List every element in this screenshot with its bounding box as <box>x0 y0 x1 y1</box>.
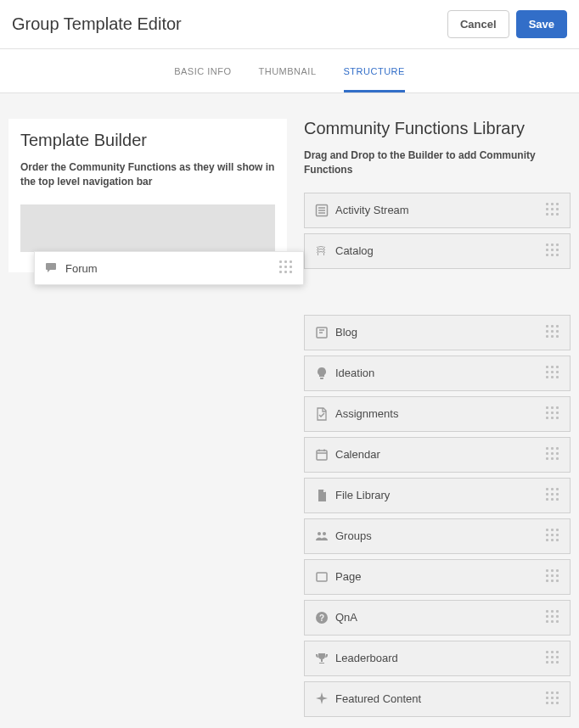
save-button[interactable]: Save <box>516 10 567 38</box>
builder-desc: Order the Community Functions as they wi… <box>20 160 275 189</box>
builder-item-forum[interactable]: Forum <box>34 251 304 285</box>
stream-icon <box>315 204 334 217</box>
svg-point-12 <box>323 532 326 535</box>
library-item-g2-2[interactable]: Assignments <box>304 396 571 432</box>
svg-rect-7 <box>317 451 327 460</box>
svg-point-11 <box>318 532 321 535</box>
library-item-g2-8[interactable]: Leaderboard <box>304 641 571 676</box>
library-item-label: Ideation <box>334 367 374 379</box>
drag-handle-icon[interactable] <box>279 260 295 276</box>
library-item-g2-5[interactable]: Groups <box>304 518 571 554</box>
library-item-g2-0[interactable]: Blog <box>304 315 571 350</box>
library-list-1: Activity StreamCatalog <box>304 193 571 269</box>
svg-text:?: ? <box>319 613 324 623</box>
template-builder-panel: Template Builder Order the Community Fun… <box>8 119 287 272</box>
drag-handle-icon[interactable] <box>546 366 561 381</box>
qna-icon: ? <box>315 611 334 624</box>
file-icon <box>315 489 334 502</box>
builder-item-label: Forum <box>64 262 98 275</box>
library-item-g2-6[interactable]: Page <box>304 559 571 595</box>
library-panel: Community Functions Library Drag and Dro… <box>304 119 571 717</box>
assign-icon <box>315 407 334 421</box>
catalog-icon <box>315 244 334 258</box>
tab-structure[interactable]: Structure <box>344 49 405 92</box>
library-item-label: File Library <box>334 489 390 501</box>
drag-handle-icon[interactable] <box>546 569 561 585</box>
library-item-g2-4[interactable]: File Library <box>304 478 571 513</box>
library-item-label: Groups <box>334 529 372 542</box>
calendar-icon <box>315 448 334 462</box>
drag-handle-icon[interactable] <box>546 325 561 340</box>
idea-icon <box>315 367 334 380</box>
drag-handle-icon[interactable] <box>546 692 561 707</box>
drag-handle-icon[interactable] <box>546 244 561 259</box>
library-item-g2-1[interactable]: Ideation <box>304 356 571 391</box>
star-icon <box>315 692 334 706</box>
svg-rect-13 <box>317 573 327 581</box>
drag-handle-icon[interactable] <box>546 406 561 422</box>
tab-thumbnail[interactable]: Thumbnail <box>258 49 316 92</box>
library-item-label: Catalog <box>334 244 374 257</box>
drag-handle-icon[interactable] <box>546 447 561 462</box>
forum-icon <box>45 261 64 275</box>
library-desc: Drag and Drop to the Builder to add Comm… <box>304 148 571 177</box>
library-item-label: Featured Content <box>334 692 421 705</box>
drag-handle-icon[interactable] <box>546 610 561 625</box>
library-item-g2-9[interactable]: Featured Content <box>304 681 571 717</box>
library-title: Community Functions Library <box>304 119 571 138</box>
blog-icon <box>315 326 334 339</box>
library-item-g2-3[interactable]: Calendar <box>304 437 571 473</box>
library-item-g2-7[interactable]: ?QnA <box>304 600 571 636</box>
forum-gap <box>304 269 571 315</box>
drag-handle-icon[interactable] <box>546 651 561 666</box>
library-item-label: Page <box>334 570 361 583</box>
drag-handle-icon[interactable] <box>546 529 561 544</box>
cancel-button[interactable]: Cancel <box>447 10 509 38</box>
library-item-label: Calendar <box>334 448 380 461</box>
page-icon <box>315 570 334 584</box>
builder-drop-zone[interactable] <box>20 204 275 252</box>
library-item-label: Blog <box>334 326 357 339</box>
trophy-icon <box>315 652 334 665</box>
library-list-2: BlogIdeationAssignmentsCalendarFile Libr… <box>304 315 571 717</box>
page-title: Group Template Editor <box>12 14 182 34</box>
header-actions: Cancel Save <box>447 10 567 38</box>
builder-title: Template Builder <box>20 131 275 150</box>
app-header: Group Template Editor Cancel Save <box>0 0 579 49</box>
groups-icon <box>315 529 334 543</box>
library-item-label: Leaderboard <box>334 652 398 664</box>
library-item-g1-0[interactable]: Activity Stream <box>304 193 571 228</box>
body: Template Builder Order the Community Fun… <box>0 93 579 717</box>
library-item-label: QnA <box>334 611 357 624</box>
tab-basic-info[interactable]: Basic Info <box>174 49 231 92</box>
drag-handle-icon[interactable] <box>546 203 561 218</box>
library-item-label: Activity Stream <box>334 204 409 216</box>
library-item-label: Assignments <box>334 407 398 420</box>
library-item-g1-1[interactable]: Catalog <box>304 233 571 269</box>
tabs-bar: Basic Info Thumbnail Structure <box>0 49 579 93</box>
drag-handle-icon[interactable] <box>546 488 561 503</box>
